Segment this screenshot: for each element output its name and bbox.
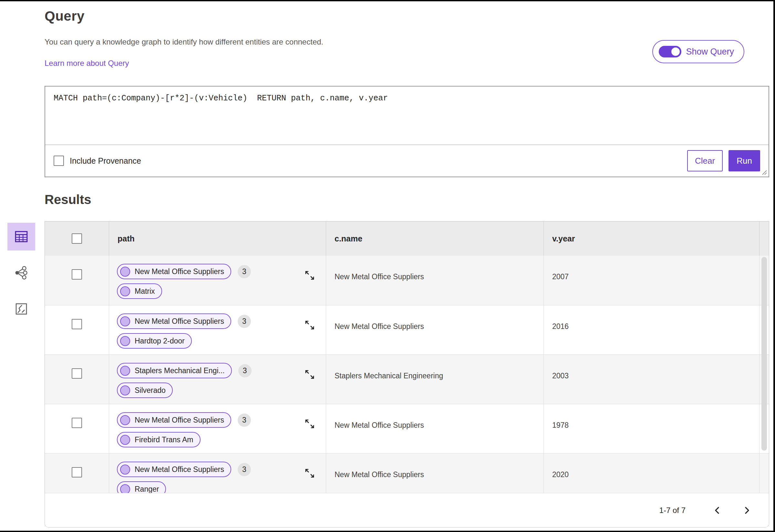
node-circle-icon: [120, 465, 130, 475]
results-title: Results: [45, 192, 91, 207]
path-vehicle-pill[interactable]: Ranger: [117, 481, 166, 493]
table-row: New Metal Office Suppliers 3 Firebird Tr…: [45, 404, 769, 453]
path-company-pill[interactable]: Staplers Mechanical Engi...: [117, 363, 232, 378]
path-vehicle-label: Matrix: [135, 287, 155, 296]
table-row: Staplers Mechanical Engi... 3 Silverado …: [45, 354, 769, 404]
expand-path-icon[interactable]: [302, 318, 317, 333]
path-count-badge: 3: [238, 315, 251, 328]
node-circle-icon: [120, 435, 130, 445]
query-editor-textarea[interactable]: MATCH path=(c:Company)-[r*2]-(v:Vehicle)…: [45, 87, 769, 145]
include-provenance-checkbox[interactable]: [54, 156, 64, 166]
node-circle-icon: [120, 385, 130, 395]
show-query-label: Show Query: [686, 47, 734, 57]
path-vehicle-label: Ranger: [135, 485, 159, 493]
map-view-button[interactable]: [7, 295, 35, 323]
row-checkbox[interactable]: [72, 467, 82, 477]
learn-more-link[interactable]: Learn more about Query: [45, 59, 129, 68]
results-table: path c.name v.year New Metal Office Supp…: [45, 221, 769, 527]
table-header: path c.name v.year: [45, 221, 769, 256]
vyear-cell: 2016: [544, 305, 760, 354]
table-row: New Metal Office Suppliers 3 Hardtop 2-d…: [45, 305, 769, 354]
path-vehicle-pill[interactable]: Firebird Trans Am: [117, 432, 200, 447]
expand-path-icon[interactable]: [302, 416, 317, 431]
path-vehicle-pill[interactable]: Hardtop 2-door: [117, 333, 192, 349]
path-company-label: New Metal Office Suppliers: [135, 317, 224, 326]
cname-cell: New Metal Office Suppliers: [326, 256, 544, 305]
chevron-right-icon: [743, 506, 750, 515]
view-switcher: [7, 223, 35, 323]
path-company-pill[interactable]: New Metal Office Suppliers: [117, 313, 231, 329]
select-all-checkbox[interactable]: [72, 233, 82, 244]
pagination-label: 1-7 of 7: [659, 506, 686, 515]
path-company-label: New Metal Office Suppliers: [135, 416, 224, 425]
path-company-label: Staplers Mechanical Engi...: [135, 366, 225, 375]
path-vehicle-pill[interactable]: Silverado: [117, 383, 173, 398]
row-checkbox[interactable]: [72, 418, 82, 428]
path-count-badge: 3: [238, 364, 251, 377]
path-cell: New Metal Office Suppliers 3 Ranger: [109, 454, 326, 493]
path-cell: New Metal Office Suppliers 3 Firebird Tr…: [109, 404, 326, 453]
page-title: Query: [45, 8, 85, 24]
previous-page-button[interactable]: [711, 504, 724, 517]
column-header-vyear[interactable]: v.year: [544, 234, 575, 243]
node-circle-icon: [120, 484, 130, 493]
expand-path-icon[interactable]: [302, 466, 317, 481]
map-route-icon: [14, 302, 28, 316]
clear-button[interactable]: Clear: [687, 150, 723, 171]
node-circle-icon: [120, 336, 130, 346]
toggle-switch-icon: [659, 46, 681, 57]
path-count-badge: 3: [238, 265, 251, 278]
path-cell: Staplers Mechanical Engi... 3 Silverado: [109, 355, 326, 404]
query-footer: Include Provenance Clear Run: [45, 145, 769, 177]
query-panel: MATCH path=(c:Company)-[r*2]-(v:Vehicle)…: [45, 86, 769, 177]
cname-cell: Staplers Mechanical Engineering: [326, 355, 544, 404]
node-circle-icon: [120, 286, 130, 296]
row-checkbox[interactable]: [72, 269, 82, 280]
row-checkbox[interactable]: [72, 319, 82, 329]
row-checkbox[interactable]: [72, 368, 82, 379]
path-vehicle-label: Firebird Trans Am: [135, 435, 193, 444]
expand-path-icon[interactable]: [302, 268, 317, 283]
table-row: New Metal Office Suppliers 3 Ranger New …: [45, 453, 769, 493]
resize-handle-icon[interactable]: [761, 169, 767, 175]
path-count-badge: 3: [238, 463, 251, 476]
node-circle-icon: [120, 316, 130, 326]
include-provenance-label: Include Provenance: [70, 156, 141, 166]
column-header-path[interactable]: path: [109, 234, 135, 243]
path-cell: New Metal Office Suppliers 3 Matrix: [109, 256, 326, 305]
path-company-pill[interactable]: New Metal Office Suppliers: [117, 412, 231, 428]
table-row: New Metal Office Suppliers 3 Matrix New …: [45, 256, 769, 305]
cname-cell: New Metal Office Suppliers: [326, 454, 544, 493]
vyear-cell: 1978: [544, 404, 760, 453]
node-circle-icon: [120, 415, 130, 425]
graph-view-button[interactable]: [7, 259, 35, 287]
vyear-cell: 2003: [544, 355, 760, 404]
vyear-cell: 2020: [544, 454, 760, 493]
graph-network-icon: [14, 266, 28, 280]
cname-cell: New Metal Office Suppliers: [326, 305, 544, 354]
node-circle-icon: [120, 267, 130, 277]
path-vehicle-label: Silverado: [135, 386, 166, 395]
page-description: You can query a knowledge graph to ident…: [45, 37, 323, 46]
path-cell: New Metal Office Suppliers 3 Hardtop 2-d…: [109, 305, 326, 354]
path-company-pill[interactable]: New Metal Office Suppliers: [117, 462, 231, 477]
path-count-badge: 3: [238, 414, 251, 427]
next-page-button[interactable]: [740, 504, 753, 517]
chevron-left-icon: [714, 506, 721, 515]
table-icon: [14, 229, 29, 244]
table-view-button[interactable]: [7, 223, 35, 251]
node-circle-icon: [120, 366, 130, 376]
expand-path-icon[interactable]: [302, 367, 317, 382]
show-query-toggle[interactable]: Show Query: [652, 40, 744, 63]
path-vehicle-label: Hardtop 2-door: [135, 337, 185, 345]
vertical-scrollbar-thumb[interactable]: [761, 257, 767, 451]
column-header-cname[interactable]: c.name: [326, 234, 362, 243]
run-button[interactable]: Run: [729, 150, 760, 171]
path-company-pill[interactable]: New Metal Office Suppliers: [117, 264, 231, 279]
path-vehicle-pill[interactable]: Matrix: [117, 283, 162, 299]
table-footer: 1-7 of 7: [45, 493, 769, 527]
path-company-label: New Metal Office Suppliers: [135, 465, 224, 474]
query-page: Query You can query a knowledge graph to…: [0, 0, 775, 532]
vyear-cell: 2007: [544, 256, 760, 305]
path-company-label: New Metal Office Suppliers: [135, 267, 224, 276]
